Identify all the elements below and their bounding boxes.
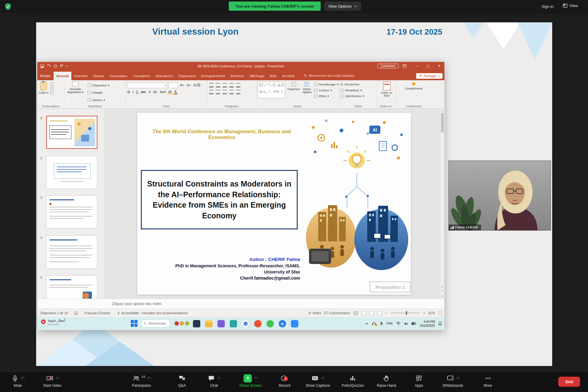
tab-enregistrement[interactable]: Enregistrement (198, 72, 228, 80)
input-language[interactable]: FRA (386, 322, 393, 325)
shape-outline-button[interactable]: Contour ▾ (314, 88, 338, 93)
strikethrough-button[interactable]: abc (140, 90, 147, 94)
scrollbar-thumb[interactable] (441, 113, 444, 133)
slide-title-box[interactable]: Structural Constraints as Moderators in … (141, 170, 298, 229)
columns-icon[interactable] (236, 90, 240, 94)
indent-increase-icon[interactable] (229, 83, 234, 88)
quick-styles-button[interactable]: Styles rapides (302, 82, 312, 94)
zoom-app-icon[interactable] (291, 320, 298, 327)
normal-view-button[interactable] (353, 311, 358, 315)
line-spacing-icon[interactable] (236, 83, 240, 88)
close-button[interactable]: ✕ (436, 64, 443, 68)
connexion-button[interactable]: Connexion (378, 64, 398, 68)
zoom-level[interactable]: 61% (428, 311, 435, 315)
participant-video-tile[interactable]: Fatma CHERIF (448, 160, 551, 231)
notes-pane[interactable]: Cliquez pour ajouter des notes (37, 299, 444, 309)
redo-icon[interactable] (54, 64, 57, 68)
tab-fichier[interactable]: Fichier (37, 72, 54, 80)
bullets-icon[interactable] (209, 83, 213, 88)
tab-diaporama[interactable]: Diaporama (176, 72, 198, 80)
search-input[interactable] (148, 321, 167, 326)
zoom-in-button[interactable]: + (423, 311, 425, 315)
taskbar-app-icon[interactable] (193, 320, 200, 327)
tab-dessin[interactable]: Dessin (91, 72, 107, 80)
find-button[interactable]: Rechercher (340, 82, 376, 87)
chevron-up-icon[interactable] (456, 377, 460, 381)
change-case-button[interactable]: Aa▾ (159, 90, 166, 94)
file-explorer-icon[interactable] (205, 320, 213, 327)
whiteboards-button[interactable]: Whiteboards (443, 374, 463, 388)
slide-thumbnail-4[interactable] (46, 236, 97, 269)
current-slide[interactable]: The 8th World Conference on Management, … (137, 113, 411, 295)
apps-button[interactable]: Apps (415, 374, 423, 388)
tab-acrobat[interactable]: Acrobat (280, 72, 297, 80)
slide-thumbnail-1[interactable] (46, 116, 97, 149)
language-status[interactable]: Français (Tunisie) (85, 311, 110, 315)
font-color-button[interactable]: A (174, 90, 177, 94)
shapes-gallery[interactable] (258, 82, 285, 98)
highlight-color-button[interactable]: ab (168, 90, 172, 94)
taskbar-search[interactable] (141, 319, 170, 327)
copy-icon[interactable] (50, 87, 54, 90)
justify-icon[interactable] (229, 90, 234, 94)
mic-tray-icon[interactable] (380, 322, 383, 326)
taskbar-widget-fruit-icon[interactable] (175, 321, 179, 326)
new-slide-button[interactable]: Nouvelle diapositive ▾ (66, 82, 85, 103)
slide-sorter-view-button[interactable] (361, 311, 366, 315)
slide-thumbnail-3[interactable] (46, 195, 97, 228)
undo-icon[interactable] (47, 64, 51, 68)
notes-toggle[interactable]: Notes (308, 311, 321, 315)
slideshow-view-button[interactable] (377, 311, 382, 315)
reading-view-button[interactable] (369, 311, 374, 315)
maximize-button[interactable]: ▢ (425, 64, 432, 68)
taskbar-widget-fruit-icon[interactable] (180, 321, 184, 326)
polls-button[interactable]: Polls/Quizzes (342, 374, 364, 388)
previous-slide-icon[interactable]: ▲ (440, 285, 444, 288)
align-right-icon[interactable] (223, 90, 227, 94)
tab-accueil[interactable]: Accueil (54, 72, 72, 80)
numbering-icon[interactable] (216, 83, 220, 88)
layout-button[interactable]: Disposition ▾ (88, 82, 109, 89)
view-layout-button[interactable]: View (563, 3, 578, 8)
tray-chevron-icon[interactable] (365, 322, 368, 325)
chevron-up-icon[interactable] (254, 377, 258, 381)
record-button[interactable]: Record (279, 374, 291, 388)
zoom-out-button[interactable]: − (385, 311, 387, 315)
slide-thumbnail-2[interactable] (46, 156, 97, 189)
more-button[interactable]: More (484, 374, 492, 388)
participants-button[interactable]: 14 Participants (132, 374, 151, 388)
spellcheck-icon[interactable] (74, 311, 78, 315)
scroll-down-icon[interactable]: ▼ (440, 295, 444, 297)
tab-revision[interactable]: Révision (228, 72, 247, 80)
mute-button[interactable]: Mute (11, 374, 24, 388)
headset-icon[interactable] (372, 322, 376, 326)
volume-icon[interactable] (404, 322, 408, 326)
end-meeting-button[interactable]: End (558, 377, 580, 387)
minimize-button[interactable]: ─ (414, 64, 420, 68)
sign-in-link[interactable]: Sign in (541, 4, 554, 9)
replace-button[interactable]: Remplacer ▾ (340, 88, 376, 93)
tab-insertion[interactable]: Insertion (71, 72, 90, 80)
chrome-icon[interactable] (242, 320, 249, 327)
tab-animations[interactable]: Animations (153, 72, 176, 80)
chevron-up-icon[interactable] (217, 377, 221, 381)
view-options-button[interactable]: View Options (324, 2, 361, 11)
wifi-icon[interactable] (396, 322, 401, 325)
vertical-scrollbar[interactable]: ▲ ▲ ▼ ▼ (440, 109, 444, 299)
cut-icon[interactable] (50, 82, 54, 86)
chat-button[interactable]: Chat (208, 374, 221, 388)
start-button[interactable] (131, 320, 138, 327)
next-slide-icon[interactable]: ▼ (440, 290, 444, 292)
chevron-up-icon[interactable] (321, 377, 325, 381)
create-pdf-button[interactable]: Créer un PDF (379, 82, 395, 98)
raise-hand-button[interactable]: Raise Hand (377, 374, 396, 388)
taskbar-clock[interactable]: 4:43 PM 19/10/2025 (420, 320, 435, 328)
shrink-font-icon[interactable]: A˅ (186, 83, 192, 87)
battery-icon[interactable] (411, 322, 416, 325)
notification-bell-icon[interactable] (438, 322, 442, 326)
zoom-slider-thumb[interactable] (406, 311, 407, 315)
chevron-up-icon[interactable] (147, 377, 151, 381)
start-video-button[interactable]: Start Video (43, 374, 61, 388)
show-captions-button[interactable]: CC Show Captions (306, 374, 330, 388)
shape-fill-button[interactable]: Remplissage ▾ (314, 82, 338, 87)
